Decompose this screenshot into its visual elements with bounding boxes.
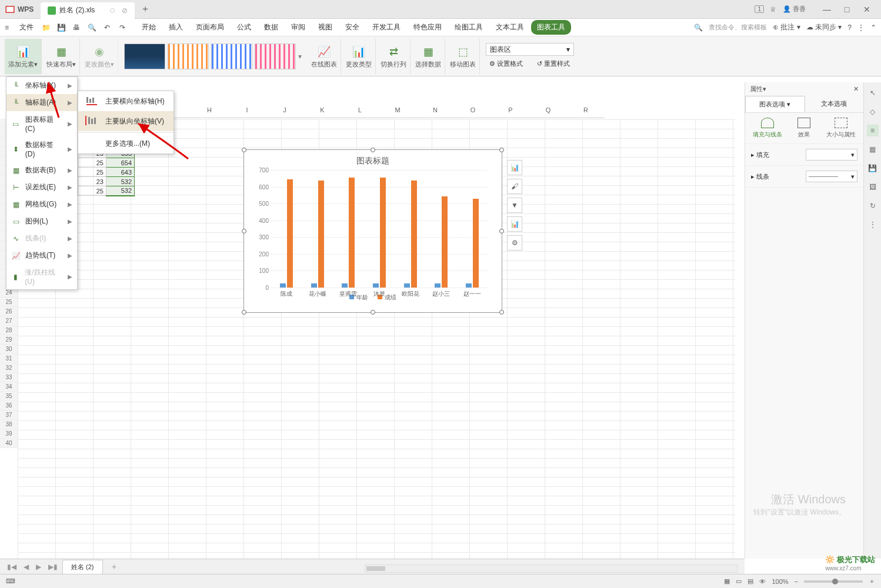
view-normal-icon[interactable]: ▦ (724, 577, 730, 585)
resize-handle[interactable] (242, 310, 246, 315)
style-icon[interactable]: ≡ (867, 125, 879, 136)
menu-file[interactable]: 文件 (14, 20, 39, 35)
menu-trend[interactable]: 📈趋势线(T)▶ (6, 247, 77, 264)
save-icon[interactable]: 💾 (56, 22, 66, 33)
zoom-out-icon[interactable]: − (795, 578, 798, 585)
embedded-chart[interactable]: 图表标题 0100200300400500600700陈成花小蝶皇甫雪沐景欧阳花… (243, 149, 502, 313)
input-mode-icon[interactable]: ⌨ (6, 577, 15, 585)
hamburger-icon[interactable]: ≡ (5, 24, 9, 32)
menu-axis[interactable]: ╙坐标轴(X)▶ (6, 77, 77, 94)
search-hint[interactable]: 查找命令、搜索模板 (709, 23, 767, 32)
menu-data-label[interactable]: ⬍数据标签(D)▶ (6, 136, 77, 162)
menu-axis-title[interactable]: ╙轴标题(A)▶ (6, 94, 77, 111)
chart-style-1[interactable] (124, 44, 165, 69)
section-fill[interactable]: ▸ 填充 ▾ (745, 144, 863, 166)
submenu-more-options[interactable]: 更多选项...(M) (78, 134, 173, 153)
reset-style-link[interactable]: ↺ 重置样式 (533, 58, 573, 69)
menu-error-bar[interactable]: ⊢误差线(E)▶ (6, 179, 77, 196)
subtab-fill-line[interactable]: 填充与线条 (753, 118, 782, 139)
set-format-link[interactable]: ⚙ 设置格式 (486, 58, 526, 69)
select-icon[interactable]: ↖ (867, 87, 879, 99)
menu-data[interactable]: 数据 (258, 20, 284, 35)
submenu-vertical-axis[interactable]: 主要纵向坐标轴(V) (78, 111, 173, 131)
resize-handle[interactable] (242, 229, 246, 233)
undo-icon[interactable]: ↶ (102, 22, 112, 33)
close-icon[interactable]: ✕ (853, 85, 859, 93)
table-icon[interactable]: ▦ (867, 143, 879, 155)
zoom-in-icon[interactable]: ＋ (869, 577, 875, 586)
menu-start[interactable]: 开始 (136, 20, 162, 35)
menu-texttools[interactable]: 文本工具 (490, 20, 530, 35)
change-color-button[interactable]: ◉ 更改颜色▾ (81, 39, 118, 74)
window-badge[interactable]: 1 (755, 5, 764, 13)
subtab-effect[interactable]: 效果 (797, 118, 810, 139)
chart-style-2[interactable] (168, 44, 209, 69)
shape-icon[interactable]: ◇ (867, 106, 879, 118)
resize-handle[interactable] (242, 148, 246, 152)
search-icon[interactable]: 🔍 (694, 24, 703, 32)
chart-plot-area[interactable]: 0100200300400500600700陈成花小蝶皇甫雪沐景欧阳花赵小三赵一… (271, 170, 488, 288)
menu-formula[interactable]: 公式 (231, 20, 257, 35)
close-button[interactable]: ✕ (857, 2, 876, 16)
chart-style-4[interactable] (255, 44, 296, 69)
last-sheet-icon[interactable]: ▶▮ (46, 563, 60, 571)
next-sheet-icon[interactable]: ▶ (34, 563, 44, 571)
chart-elements-button[interactable]: 📊 (507, 160, 522, 175)
switch-rowcol-button[interactable]: ⇄ 切换行列 (377, 39, 411, 74)
online-chart-button[interactable]: 📈 在线图表 (308, 39, 341, 74)
menu-special[interactable]: 特色应用 (408, 20, 448, 35)
gallery-more-icon[interactable]: ▾ (298, 52, 302, 61)
print-icon[interactable]: 🖶 (71, 22, 82, 33)
change-type-button[interactable]: 📊 更改类型 (342, 39, 376, 74)
avatar[interactable]: 👤 香香 (783, 5, 806, 14)
eye-icon[interactable]: 👁 (759, 578, 766, 585)
more-icon[interactable]: ⋮ (867, 219, 879, 230)
close-icon[interactable]: ⊘ (122, 6, 128, 15)
quick-layout-button[interactable]: ▦ 快速布局▾ (43, 39, 80, 74)
chart-filter-button[interactable]: ▼ (507, 198, 522, 213)
comment-icon[interactable]: ⊕ 批注 ▾ (773, 22, 800, 32)
chart-title[interactable]: 图表标题 (244, 150, 502, 170)
menu-data-table[interactable]: ▦数据表(B)▶ (6, 162, 77, 179)
data-cells[interactable]: 23653 25654 25643 23532 25532 (78, 148, 135, 196)
menu-charttools[interactable]: 图表工具 (531, 20, 571, 35)
menu-layout[interactable]: 页面布局 (190, 20, 230, 35)
open-icon[interactable]: 📁 (41, 22, 51, 33)
sync-icon[interactable]: ☁ 未同步 ▾ (806, 22, 842, 32)
crown-icon[interactable]: ♕ (769, 5, 778, 14)
menu-drawtools[interactable]: 绘图工具 (449, 20, 489, 35)
menu-chart-title[interactable]: ▭图表标题(C)▶ (6, 111, 77, 136)
more-icon[interactable]: ⋮ (857, 24, 865, 32)
backup-icon[interactable]: 💾 (867, 162, 879, 174)
menu-devtools[interactable]: 开发工具 (366, 20, 406, 35)
maximize-button[interactable]: □ (837, 2, 856, 16)
image-icon[interactable]: 🖼 (867, 181, 879, 193)
resize-handle[interactable] (499, 148, 504, 152)
menu-view[interactable]: 视图 (312, 20, 338, 35)
minimize-button[interactable]: — (817, 2, 836, 16)
zoom-value[interactable]: 100% (772, 578, 788, 585)
submenu-horizontal-axis[interactable]: 主要横向坐标轴(H) (78, 91, 173, 111)
horizontal-scrollbar[interactable] (365, 564, 737, 573)
document-tab[interactable]: 姓名 (2).xls ⊘ (41, 2, 135, 19)
add-element-button[interactable]: 📊 添加元素▾ (5, 39, 42, 74)
tab-chart-options[interactable]: 图表选项 ▾ (745, 96, 805, 112)
resize-handle[interactable] (499, 310, 504, 315)
sheet-tab[interactable]: 姓名 (2) (62, 560, 103, 574)
preview-icon[interactable]: 🔍 (86, 22, 97, 33)
fill-select[interactable]: ▾ (806, 149, 857, 161)
chart-style-3[interactable] (211, 44, 252, 69)
help-icon[interactable]: ? (847, 24, 852, 32)
chart-area-select[interactable]: 图表区▾ (486, 43, 574, 56)
line-select[interactable]: ▾ (806, 171, 857, 182)
collapse-ribbon-icon[interactable]: ⌃ (870, 24, 876, 32)
chart-settings-button[interactable]: ⚙ (507, 235, 522, 250)
redo-icon[interactable]: ↷ (117, 22, 128, 33)
zoom-slider[interactable] (804, 580, 863, 583)
menu-legend[interactable]: ▭图例(L)▶ (6, 213, 77, 230)
tab-text-options[interactable]: 文本选项 (805, 96, 864, 112)
new-tab-button[interactable]: ＋ (137, 1, 153, 18)
menu-review[interactable]: 审阅 (285, 20, 311, 35)
subtab-size[interactable]: 大小与属性 (826, 118, 856, 139)
select-data-button[interactable]: ▦ 选择数据 (412, 39, 445, 74)
